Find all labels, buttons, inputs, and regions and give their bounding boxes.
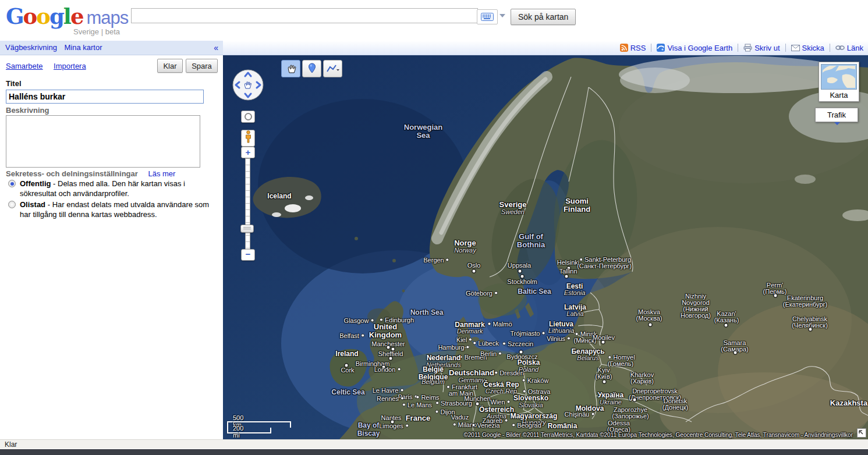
logo-letter: G <box>6 3 23 29</box>
search-input[interactable] <box>131 8 478 23</box>
map-attribution: ©2011 Google - Bilder ©2011 TerraMetrics… <box>463 432 853 438</box>
print-label: Skriv ut <box>754 44 780 52</box>
attribution-text: ©2011 Google - Bilder ©2011 TerraMetrics… <box>463 432 804 438</box>
option-unlisted: Olistad - Har endast delats med utvalda … <box>8 200 213 219</box>
link-label: Länk <box>847 44 863 52</box>
scale-km-tick <box>290 421 291 428</box>
map-type-button[interactable]: Karta <box>819 62 859 102</box>
placemark-icon <box>307 63 317 74</box>
hand-tool-icon <box>286 63 296 74</box>
link-link[interactable]: Länk <box>835 44 863 52</box>
option-unlisted-name: Olistad <box>20 200 45 209</box>
option-unlisted-text: - Har endast delats med utvalda användar… <box>20 200 209 219</box>
description-textarea[interactable] <box>6 115 200 168</box>
rss-label: RSS <box>630 44 646 52</box>
chain-link-icon <box>835 45 845 51</box>
printer-icon <box>743 44 752 52</box>
draw-line-button[interactable] <box>323 60 342 77</box>
circle-icon <box>245 113 252 120</box>
status-text: Klar <box>5 440 17 449</box>
zoom-out-button[interactable]: − <box>241 249 255 261</box>
send-label: Skicka <box>802 44 824 52</box>
description-label: Beskrivning <box>6 106 49 115</box>
keyboard-icon <box>481 13 494 21</box>
traffic-caret-icon[interactable] <box>834 122 840 125</box>
google-earth-icon <box>657 44 665 52</box>
top-header: Googlemaps Sverige | beta Sök på kartan <box>0 0 868 41</box>
pan-control[interactable] <box>232 69 264 104</box>
tab-directions[interactable]: Vägbeskrivning <box>5 43 57 52</box>
satellite-imagery <box>223 41 868 439</box>
search-map-button[interactable]: Sök på kartan <box>511 9 576 25</box>
logo-letter: e <box>70 3 83 29</box>
logo-letter: g <box>49 3 63 29</box>
read-more-link[interactable]: Läs mer <box>148 169 175 178</box>
done-button[interactable]: Klar <box>157 59 183 73</box>
zoom-slider-handle[interactable] <box>240 225 254 233</box>
browser-status-bar: Klar <box>0 439 868 449</box>
logo-letter: o <box>36 3 49 29</box>
map-links-bar: RSS Visa i Google Earth Skriv ut <box>223 41 868 55</box>
pegman-button[interactable] <box>241 130 255 147</box>
divider <box>651 44 651 52</box>
scale-mi-label: 200 mi <box>233 425 243 439</box>
virtual-keyboard-button[interactable] <box>477 9 498 24</box>
radio-unlisted[interactable] <box>8 201 16 208</box>
option-public-name: Offentlig <box>20 179 51 188</box>
map-type-thumbnail <box>821 64 857 90</box>
zoom-in-button[interactable]: + <box>241 147 255 158</box>
map-title-input[interactable] <box>6 90 204 104</box>
hand-tool-button[interactable] <box>281 60 300 77</box>
resize-corner-icon[interactable] <box>857 428 866 438</box>
google-earth-label: Visa i Google Earth <box>667 44 732 52</box>
title-label: Titel <box>6 79 22 88</box>
radio-public[interactable] <box>8 180 16 187</box>
add-placemark-button[interactable] <box>302 60 321 77</box>
logo-letter: o <box>23 3 37 29</box>
divider <box>830 44 830 52</box>
envelope-icon <box>791 45 800 51</box>
scale-mi-tick <box>270 428 271 432</box>
map-area: NorwegianSeaIcelandSverigeSwedenSuomiFin… <box>223 41 868 439</box>
rss-link[interactable]: RSS <box>620 44 646 52</box>
zoom-slider-track[interactable] <box>245 158 250 250</box>
map-toolbar <box>281 60 344 77</box>
terms-link[interactable]: Användningsvillkor <box>805 432 853 438</box>
privacy-heading: Sekretess- och delningsinställningar <box>6 169 138 178</box>
google-maps-logo[interactable]: Googlemaps Sverige | beta <box>6 3 128 29</box>
sidebar-tab-bar: Vägbeskrivning Mina kartor « <box>0 41 223 55</box>
import-link[interactable]: Importera <box>54 62 86 70</box>
google-logo-text: Google <box>6 3 83 29</box>
collapse-sidebar-icon[interactable]: « <box>214 41 218 55</box>
keyboard-dropdown-caret[interactable] <box>499 14 505 17</box>
sidebar-links: Samarbete Importera <box>6 61 94 71</box>
view-in-google-earth-link[interactable]: Visa i Google Earth <box>657 44 732 52</box>
save-button[interactable]: Spara <box>186 59 218 73</box>
satellite-map[interactable] <box>223 41 868 439</box>
print-link[interactable]: Skriv ut <box>743 44 780 52</box>
rss-icon <box>620 44 628 52</box>
taskbar-edge <box>0 449 868 455</box>
option-public: Offentlig - Delas med alla. Den här kart… <box>8 179 213 198</box>
collaborate-link[interactable]: Samarbete <box>6 62 43 70</box>
left-sidebar: Vägbeskrivning Mina kartor « Samarbete I… <box>0 41 223 439</box>
logo-tagline: Sverige | beta <box>73 27 120 36</box>
draw-line-icon <box>327 64 339 73</box>
pegman-icon <box>245 130 252 144</box>
map-type-label: Karta <box>821 90 857 99</box>
reset-view-button[interactable] <box>241 111 255 123</box>
divider <box>738 44 738 52</box>
maps-logo-text: maps <box>86 8 128 28</box>
privacy-row: Sekretess- och delningsinställningar Läs… <box>6 169 175 178</box>
logo-letter: l <box>63 3 70 29</box>
tab-my-maps[interactable]: Mina kartor <box>65 43 102 52</box>
send-link[interactable]: Skicka <box>791 44 824 52</box>
divider <box>785 44 786 52</box>
traffic-button[interactable]: Trafik <box>815 108 858 122</box>
scale-left-tick <box>227 421 228 433</box>
